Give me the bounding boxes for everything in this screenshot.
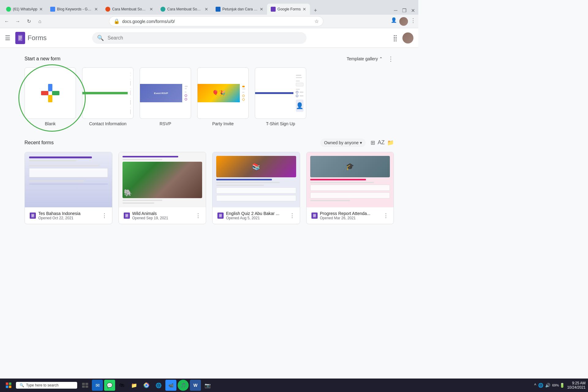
blank-template-thumb	[24, 67, 76, 119]
main-content: Start a new form Template gallery ⌃ ⋮	[0, 48, 418, 272]
forms-logo: Forms	[15, 32, 47, 44]
forms-logo-icon	[15, 32, 25, 44]
hamburger-menu[interactable]: ☰	[5, 34, 10, 42]
tab-close-whatsapp[interactable]: ✕	[39, 7, 43, 12]
new-tab-button[interactable]: +	[311, 6, 320, 15]
progress-report-thumb: 🎓	[307, 152, 394, 207]
tes-bahasa-info: Tes Bahasa Indonesia Opened Oct 22, 2021…	[25, 207, 112, 224]
wild-animals-thumb: 🐘	[119, 152, 206, 207]
svg-rect-15	[220, 216, 221, 217]
tab-petunjuk[interactable]: Petunjuk dan Cara Me... ✕	[212, 4, 267, 15]
chevron-down-icon: ▾	[360, 140, 362, 145]
search-box[interactable]: 🔍	[92, 32, 307, 44]
lock-icon: 🔒	[114, 18, 120, 24]
header-actions: ⣿	[393, 32, 413, 43]
english-quiz-thumb: 📚	[213, 152, 300, 207]
english-quiz-name: English Quiz 2 Abu Bakar ...	[226, 211, 287, 216]
recent-card-english-quiz[interactable]: 📚 English Quiz 2 Abu Bakar ... Open	[212, 152, 300, 224]
tes-bahasa-name: Tes Bahasa Indonesia	[38, 211, 99, 216]
search-icon: 🔍	[97, 35, 104, 41]
folder-view-icon[interactable]: 📁	[387, 139, 394, 146]
tab-close-forms[interactable]: ✕	[303, 7, 306, 12]
svg-rect-6	[32, 216, 34, 216]
owned-by-filter[interactable]: Owned by anyone ▾	[320, 138, 366, 147]
google-apps-icon[interactable]: ⣿	[393, 34, 398, 42]
forms-logo-text: Forms	[28, 34, 47, 42]
tab-close-petunjuk[interactable]: ✕	[260, 7, 263, 12]
progress-report-more[interactable]: ⋮	[383, 212, 389, 219]
address-bar: ← → ↻ ⌂ 🔒 docs.google.com/forms/u/0/ ☆ 👤…	[0, 15, 418, 28]
url-bar[interactable]: 🔒 docs.google.com/forms/u/0/ ☆	[109, 16, 323, 26]
english-quiz-details: English Quiz 2 Abu Bakar ... Opened Aug …	[226, 211, 287, 220]
search-input[interactable]	[107, 35, 302, 41]
section-more-button[interactable]: ⋮	[388, 55, 394, 62]
rsvp-template-label: RSVP	[160, 121, 171, 126]
tes-bahasa-details: Tes Bahasa Indonesia Opened Oct 22, 2021	[38, 211, 99, 220]
tab-blog-keywords[interactable]: Blog Keywords - Goo... ✕	[47, 4, 102, 15]
new-form-title: Start a new form	[24, 56, 60, 62]
svg-rect-1	[19, 36, 22, 37]
profile-icon[interactable]: 👤	[391, 17, 397, 26]
progress-report-name: Progress Report Attenda...	[320, 211, 381, 216]
maximize-button[interactable]: ❐	[401, 7, 407, 13]
recent-card-tes-bahasa[interactable]: Tes Bahasa Indonesia Opened Oct 22, 2021…	[24, 152, 112, 224]
tab-google-forms[interactable]: Google Forms ✕	[267, 4, 310, 15]
back-button[interactable]: ←	[2, 17, 11, 26]
tshirt-template-label: T-Shirt Sign Up	[266, 121, 295, 126]
sort-icon[interactable]: AZ	[378, 139, 385, 146]
tes-bahasa-thumb	[25, 152, 112, 207]
tab-cara2[interactable]: Cara Membuat Soal C... ✕	[157, 4, 212, 15]
svg-rect-14	[220, 216, 222, 216]
party-template-thumb: 🎈🎉	[197, 67, 249, 119]
tab-whatsapp[interactable]: (61) WhatsApp ✕	[2, 4, 47, 15]
template-blank[interactable]: Blank	[24, 67, 76, 126]
contact-template-thumb	[82, 67, 134, 119]
chevron-up-icon: ⌃	[379, 56, 383, 61]
user-avatar-header[interactable]	[399, 17, 408, 26]
blank-template-label: Blank	[45, 121, 55, 126]
recent-card-progress-report[interactable]: 🎓 Progress Report Attenda... Opened	[306, 152, 394, 224]
svg-rect-13	[220, 215, 222, 215]
recent-header: Recent forms Owned by anyone ▾ ⊞ AZ 📁	[24, 138, 394, 147]
browser-menu-button[interactable]: ⋮	[410, 17, 416, 26]
progress-report-info: Progress Report Attenda... Opened Mar 26…	[307, 207, 394, 224]
tab-cara1[interactable]: Cara Membuat Soal d... ✕	[102, 4, 157, 15]
refresh-button[interactable]: ↻	[24, 17, 33, 26]
svg-rect-2	[19, 38, 22, 38]
svg-rect-17	[313, 215, 315, 215]
template-rsvp[interactable]: Event RSVP RSVP	[140, 67, 191, 126]
form-icon-progress	[311, 213, 318, 219]
progress-report-details: Progress Report Attenda... Opened Mar 26…	[320, 211, 381, 220]
tes-bahasa-more[interactable]: ⋮	[102, 212, 107, 219]
template-contact[interactable]: Contact Information	[82, 67, 134, 126]
wild-animals-date: Opened Sep 19, 2021	[132, 216, 193, 220]
bookmark-icon[interactable]: ☆	[315, 18, 319, 24]
english-quiz-more[interactable]: ⋮	[289, 212, 295, 219]
form-icon-wild	[124, 213, 130, 219]
user-avatar[interactable]	[402, 32, 413, 43]
url-text: docs.google.com/forms/u/0/	[122, 19, 312, 24]
tab-close-cara2[interactable]: ✕	[205, 7, 208, 12]
forward-button[interactable]: →	[13, 17, 22, 26]
grid-view-icon[interactable]: ⊞	[371, 139, 375, 146]
contact-template-label: Contact Information	[89, 121, 126, 126]
wild-animals-name: Wild Animals	[132, 211, 193, 216]
svg-rect-19	[313, 216, 315, 217]
tab-close-blog[interactable]: ✕	[94, 7, 98, 12]
minimize-button[interactable]: ─	[393, 7, 399, 13]
rsvp-template-thumb: Event RSVP	[140, 67, 191, 119]
close-button[interactable]: ✕	[410, 7, 416, 13]
home-button[interactable]: ⌂	[36, 17, 44, 26]
wild-animals-details: Wild Animals Opened Sep 19, 2021	[132, 211, 193, 220]
template-party[interactable]: 🎈🎉 Party Invite	[197, 67, 249, 126]
wild-animals-more[interactable]: ⋮	[195, 212, 201, 219]
template-tshirt[interactable]: 👤 T-Shirt Sign Up	[255, 67, 306, 126]
tab-close-cara1[interactable]: ✕	[149, 7, 153, 12]
recent-card-wild-animals[interactable]: 🐘 Wild Animals Opened Sep 19, 2021 ⋮	[119, 152, 206, 224]
svg-rect-11	[126, 216, 127, 217]
recent-title: Recent forms	[24, 140, 54, 145]
tshirt-template-thumb: 👤	[255, 67, 306, 119]
view-icons: ⊞ AZ 📁	[371, 139, 394, 146]
tes-bahasa-date: Opened Oct 22, 2021	[38, 216, 99, 220]
template-gallery-button[interactable]: Template gallery ⌃	[347, 56, 383, 61]
